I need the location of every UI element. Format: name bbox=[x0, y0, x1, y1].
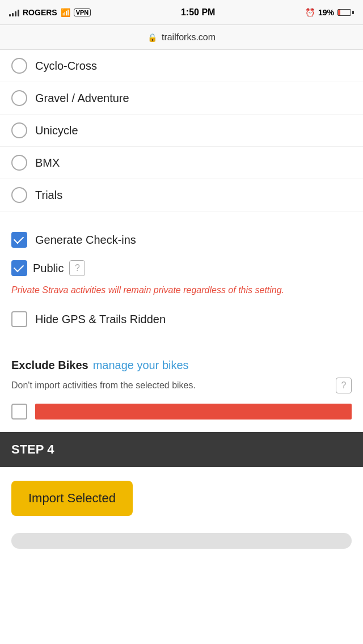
alarm-icon: ⏰ bbox=[305, 8, 315, 17]
radio-cyclo-cross[interactable] bbox=[11, 58, 27, 74]
radio-unicycle[interactable] bbox=[11, 122, 27, 138]
manage-bikes-link[interactable]: manage your bikes bbox=[93, 359, 189, 372]
bike-name-redacted bbox=[35, 404, 352, 420]
label-bmx: BMX bbox=[35, 156, 60, 170]
status-bar: ROGERS 📶 VPN 1:50 PM ⏰ 19% bbox=[0, 0, 363, 25]
activity-type-list: Cyclo-Cross Gravel / Adventure Unicycle … bbox=[0, 50, 363, 211]
wifi-icon: 📶 bbox=[61, 8, 70, 17]
label-hide-gps: Hide GPS & Trails Ridden bbox=[35, 313, 166, 326]
vpn-badge: VPN bbox=[74, 9, 91, 16]
list-item-unicycle[interactable]: Unicycle bbox=[0, 115, 363, 147]
label-generate-checkins: Generate Check-ins bbox=[35, 234, 136, 247]
signal-bars-icon bbox=[9, 9, 19, 16]
exclude-bikes-section: Exclude Bikes manage your bikes Don't im… bbox=[0, 353, 363, 426]
checkbox-hide-gps[interactable] bbox=[11, 311, 27, 327]
bottom-scroll-bar bbox=[11, 533, 352, 549]
checkbox-bike-1[interactable] bbox=[11, 404, 27, 420]
settings-section: Generate Check-ins Public ? Private Stra… bbox=[0, 222, 363, 337]
label-trials: Trials bbox=[35, 189, 62, 202]
exclude-bikes-desc-text: Don't import activities from the selecte… bbox=[11, 380, 196, 391]
hide-gps-row[interactable]: Hide GPS & Trails Ridden bbox=[0, 304, 363, 334]
label-unicycle: Unicycle bbox=[35, 124, 78, 137]
help-button-bikes[interactable]: ? bbox=[336, 378, 352, 393]
label-public: Public bbox=[33, 262, 64, 275]
list-item-bmx[interactable]: BMX bbox=[0, 147, 363, 179]
step-4-banner: STEP 4 bbox=[0, 432, 363, 467]
import-selected-button[interactable]: Import Selected bbox=[11, 481, 133, 516]
exclude-bikes-title: Exclude Bikes bbox=[11, 359, 88, 372]
battery-icon bbox=[337, 9, 354, 16]
lock-icon: 🔒 bbox=[147, 33, 157, 42]
status-time: 1:50 PM bbox=[181, 7, 215, 18]
address-url: trailforks.com bbox=[162, 32, 216, 43]
list-item-cyclo-cross[interactable]: Cyclo-Cross bbox=[0, 50, 363, 82]
checkbox-public[interactable] bbox=[11, 260, 27, 276]
status-left: ROGERS 📶 VPN bbox=[9, 8, 91, 17]
checkbox-generate-checkins[interactable] bbox=[11, 232, 27, 248]
warning-text: Private Strava activities will remain pr… bbox=[0, 282, 363, 304]
generate-checkins-row[interactable]: Generate Check-ins bbox=[0, 225, 363, 255]
import-section: Import Selected bbox=[0, 467, 363, 527]
main-content: Cyclo-Cross Gravel / Adventure Unicycle … bbox=[0, 50, 363, 549]
radio-gravel[interactable] bbox=[11, 90, 27, 106]
list-item-gravel[interactable]: Gravel / Adventure bbox=[0, 82, 363, 115]
carrier-label: ROGERS bbox=[23, 8, 57, 17]
public-row[interactable]: Public ? bbox=[0, 255, 363, 282]
status-right: ⏰ 19% bbox=[305, 8, 354, 17]
exclude-bikes-header: Exclude Bikes manage your bikes bbox=[0, 353, 363, 378]
label-cyclo-cross: Cyclo-Cross bbox=[35, 60, 97, 73]
step-4-label: STEP 4 bbox=[11, 442, 54, 456]
radio-trials[interactable] bbox=[11, 187, 27, 203]
label-gravel: Gravel / Adventure bbox=[35, 92, 129, 105]
bike-row[interactable] bbox=[0, 397, 363, 426]
radio-bmx[interactable] bbox=[11, 155, 27, 171]
list-item-trials[interactable]: Trials bbox=[0, 179, 363, 211]
help-button-public[interactable]: ? bbox=[69, 260, 85, 276]
exclude-bikes-description: Don't import activities from the selecte… bbox=[0, 378, 363, 397]
battery-percent: 19% bbox=[318, 8, 334, 17]
address-bar[interactable]: 🔒 trailforks.com bbox=[0, 25, 363, 50]
